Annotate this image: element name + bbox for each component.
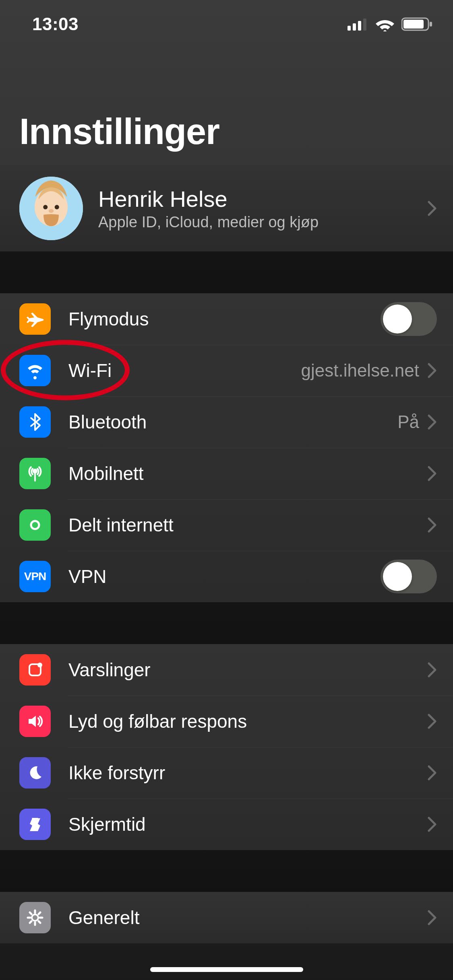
- chevron-right-icon: [427, 362, 437, 379]
- svg-rect-6: [430, 22, 432, 27]
- cellular-label: Mobilnett: [68, 463, 427, 484]
- hotspot-icon: [19, 509, 51, 541]
- svg-point-14: [32, 914, 38, 921]
- svg-rect-1: [353, 23, 356, 31]
- profile-subtitle: Apple ID, iCloud, medier og kjøp: [98, 214, 427, 231]
- chevron-right-icon: [427, 200, 437, 216]
- chevron-right-icon: [427, 517, 437, 533]
- sounds-icon: [19, 706, 51, 737]
- screentime-label: Skjermtid: [68, 813, 427, 835]
- status-indicators: [348, 17, 433, 31]
- row-cellular[interactable]: Mobilnett: [0, 448, 453, 499]
- vpn-icon: VPN: [19, 561, 51, 592]
- bluetooth-label: Bluetooth: [68, 411, 397, 433]
- svg-point-9: [43, 205, 48, 209]
- notifications-icon: [19, 654, 51, 686]
- row-dnd[interactable]: Ikke forstyrr: [0, 747, 453, 799]
- svg-rect-0: [348, 26, 351, 31]
- notifications-label: Varslinger: [68, 659, 427, 681]
- general-label: Generelt: [68, 907, 427, 929]
- wifi-status-icon: [375, 17, 395, 31]
- profile-section: Henrik Helse Apple ID, iCloud, medier og…: [0, 165, 453, 251]
- avatar: [19, 177, 83, 240]
- bluetooth-icon: [19, 406, 51, 438]
- row-general[interactable]: Generelt: [0, 892, 453, 943]
- chevron-right-icon: [427, 465, 437, 482]
- chevron-right-icon: [427, 816, 437, 832]
- status-time: 13:03: [32, 14, 79, 34]
- connectivity-section: Flymodus Wi-Fi gjest.ihelse.net Bluetoot…: [0, 293, 453, 602]
- bluetooth-value: På: [397, 412, 419, 432]
- profile-row[interactable]: Henrik Helse Apple ID, iCloud, medier og…: [0, 165, 453, 251]
- row-sounds[interactable]: Lyd og følbar respons: [0, 696, 453, 747]
- screentime-icon: [19, 809, 51, 840]
- svg-point-10: [55, 205, 59, 209]
- sounds-label: Lyd og følbar respons: [68, 710, 427, 732]
- row-wifi[interactable]: Wi-Fi gjest.ihelse.net: [0, 345, 453, 396]
- airplane-label: Flymodus: [68, 308, 381, 330]
- wifi-icon: [19, 355, 51, 386]
- wifi-label: Wi-Fi: [68, 360, 301, 381]
- home-indicator[interactable]: [150, 967, 303, 972]
- dnd-icon: [19, 757, 51, 789]
- airplane-icon: [19, 303, 51, 335]
- svg-rect-2: [358, 21, 361, 31]
- general-section: Generelt: [0, 892, 453, 943]
- section-gap: [0, 251, 453, 293]
- vpn-toggle[interactable]: [381, 560, 437, 593]
- notifications-section: Varslinger Lyd og følbar respons Ikke fo…: [0, 644, 453, 850]
- profile-name: Henrik Helse: [98, 186, 427, 212]
- section-gap: [0, 602, 453, 644]
- cellular-icon: [19, 458, 51, 489]
- row-vpn[interactable]: VPN VPN: [0, 551, 453, 602]
- page-title: Innstillinger: [0, 48, 453, 165]
- vpn-label: VPN: [68, 566, 381, 587]
- svg-rect-5: [403, 20, 424, 29]
- row-bluetooth[interactable]: Bluetooth På: [0, 396, 453, 448]
- section-gap: [0, 850, 453, 892]
- row-notifications[interactable]: Varslinger: [0, 644, 453, 696]
- dnd-label: Ikke forstyrr: [68, 762, 427, 784]
- wifi-value: gjest.ihelse.net: [301, 360, 419, 381]
- row-hotspot[interactable]: Delt internett: [0, 499, 453, 551]
- row-airplane-mode[interactable]: Flymodus: [0, 293, 453, 345]
- chevron-right-icon: [427, 713, 437, 729]
- svg-point-11: [49, 209, 54, 213]
- chevron-right-icon: [427, 910, 437, 926]
- chevron-right-icon: [427, 765, 437, 781]
- airplane-toggle[interactable]: [381, 302, 437, 336]
- row-screentime[interactable]: Skjermtid: [0, 799, 453, 850]
- battery-icon: [401, 17, 433, 31]
- general-icon: [19, 902, 51, 933]
- chevron-right-icon: [427, 414, 437, 430]
- svg-rect-3: [363, 19, 366, 31]
- svg-point-13: [37, 663, 42, 667]
- chevron-right-icon: [427, 662, 437, 678]
- cellular-icon: [348, 18, 368, 31]
- hotspot-label: Delt internett: [68, 514, 427, 536]
- status-bar: 13:03: [0, 0, 453, 48]
